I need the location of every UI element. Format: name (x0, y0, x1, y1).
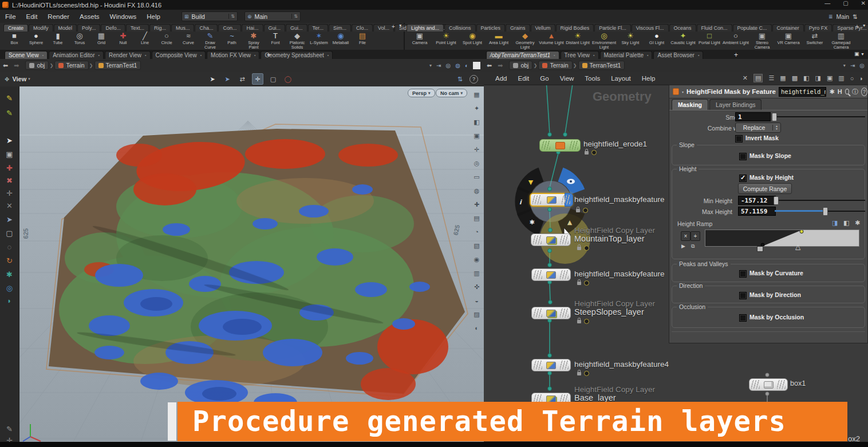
shelf-tab[interactable]: Populate C... (733, 24, 772, 31)
mask-by-height-checkbox[interactable] (739, 175, 747, 182)
shelf-tool[interactable]: ◆ Platonic Solids (286, 31, 308, 50)
tab-close-icon[interactable]: ▪ (254, 53, 255, 57)
viewport-tool-icon[interactable]: ✎ (0, 425, 19, 433)
shelf-tab[interactable]: Container (772, 24, 804, 31)
tab-close-icon[interactable]: ▪ (98, 53, 100, 57)
shelf-tab[interactable]: Create (3, 24, 28, 31)
viewport-tool-icon[interactable]: ✱ (0, 271, 19, 279)
network-menu-item[interactable]: Help (642, 75, 656, 82)
shelf-tool[interactable]: ▲ Volume Light (538, 31, 565, 50)
ramp-add-point-button[interactable]: + (691, 231, 700, 241)
node-flags[interactable] (576, 208, 588, 213)
tab-close-icon[interactable]: ▪ (647, 53, 648, 57)
shelf-tool[interactable]: ▣ Camera (407, 31, 433, 50)
viewport-tool-icon[interactable]: ✎ (0, 109, 19, 117)
ramp-expand-icon[interactable]: ▶ (681, 243, 685, 249)
desktop-selector[interactable]: ≣ Main ⇅ (828, 13, 858, 20)
network-toolbar-icon[interactable]: ▥ (838, 74, 844, 82)
node-heightfield-erode[interactable] (539, 139, 581, 152)
toolbar-tool-icon[interactable]: ✛ (252, 73, 263, 85)
node-label-box2[interactable]: ox2 (848, 434, 860, 443)
node-label[interactable]: box1 (790, 379, 806, 387)
maximize-pane-icon[interactable] (473, 62, 480, 69)
viewport-tool-icon[interactable]: ◎ (0, 284, 19, 292)
shelf-tool[interactable]: ■ Box (3, 31, 25, 50)
shelf-tool[interactable]: ◎ Torus (69, 31, 90, 50)
tab-close-icon[interactable]: ▪ (42, 53, 44, 57)
menu-item[interactable]: Render (42, 13, 74, 20)
shelf-tab[interactable]: Cha... (195, 24, 218, 31)
add-tab-icon[interactable]: + (263, 51, 274, 59)
mask-by-direction-checkbox[interactable] (739, 292, 747, 299)
shelf-tab[interactable]: Modify (29, 24, 53, 31)
tab-close-icon[interactable]: ▪ (698, 53, 699, 57)
shelf-tool[interactable]: ╱ Line (134, 31, 156, 50)
menu-item[interactable]: File (0, 13, 21, 20)
shelf-tab[interactable]: Lights and... (407, 24, 444, 31)
network-menu-item[interactable]: View (560, 75, 574, 82)
shelf-tool[interactable]: ◉ Metaball (330, 31, 352, 50)
shelf-tool[interactable]: ✱ Spray Paint (243, 31, 265, 50)
add-tab-icon[interactable]: + (855, 23, 859, 30)
shelf-tool[interactable]: ✶ L-System (308, 31, 330, 50)
network-toolbar-icon[interactable]: ▩ (792, 74, 798, 82)
perspective-badge[interactable]: Persp▾ (408, 89, 435, 97)
network-toolbar-icon[interactable]: ☰ (768, 74, 774, 82)
chevron-down-icon[interactable]: ▾ (682, 90, 684, 94)
node-flags[interactable] (577, 246, 589, 251)
node-flags[interactable] (577, 371, 589, 376)
bypass-icon[interactable] (584, 371, 589, 376)
ramp-preset-icon[interactable]: ◨ (832, 219, 838, 227)
shelf-tool[interactable]: ● GI Light (644, 31, 670, 50)
shelf-tab[interactable]: Particle Fl... (594, 24, 631, 31)
back-arrow-icon[interactable]: ⬅ (0, 62, 11, 69)
shelf-tool[interactable]: ▣ VR Camera (775, 31, 802, 50)
pane-maximize-icon[interactable]: ▣ ▼ (854, 51, 865, 57)
parameter-tab[interactable]: Masking (672, 99, 708, 110)
view-mode-label[interactable]: View (12, 76, 26, 82)
pane-tab[interactable]: Asset Browser▪ (653, 51, 703, 59)
menu-item[interactable]: Windows (105, 13, 142, 20)
display-option-icon[interactable]: ▦ (474, 92, 479, 98)
toolbar-tool-icon[interactable]: ▢ (268, 74, 278, 84)
network-menu-item[interactable]: Edit (518, 75, 529, 82)
shelf-tab[interactable]: Gui... (264, 24, 286, 31)
shelf-tab[interactable]: Gui... (286, 24, 307, 31)
shelf-tab[interactable]: Oceans (669, 24, 696, 31)
smooth-radius-field[interactable]: 1 (735, 112, 771, 121)
pane-tab[interactable]: Scene View▪ (5, 51, 48, 59)
shelf-tool[interactable]: ◆ Geometry Light (512, 31, 538, 50)
combine-dropdown[interactable]: Replace ▲▼ (735, 122, 781, 133)
search-icon[interactable] (845, 89, 850, 94)
shelf-tab[interactable]: Collisions (444, 24, 476, 31)
pin-icon[interactable]: ⇥ (850, 62, 855, 69)
max-height-slider[interactable] (775, 211, 865, 212)
viewport-tool-icon[interactable]: ✕ (0, 202, 19, 210)
bypass-icon[interactable] (591, 150, 597, 155)
shelf-tool[interactable]: ◉ Spot Light (459, 31, 486, 50)
window-control-button[interactable]: — (824, 0, 830, 6)
network-menu-item[interactable]: Tools (585, 75, 600, 82)
shelf-tool[interactable]: ○ Ambient Light (723, 31, 749, 50)
desktop-combo[interactable]: ⊞ Build ⇅ (182, 11, 238, 21)
help-icon[interactable]: ? (861, 88, 867, 96)
shelf-tab[interactable]: Text... (126, 24, 149, 31)
viewport-tool-icon[interactable]: ↻ (0, 257, 19, 265)
bypass-icon[interactable] (583, 208, 588, 213)
pane-tab[interactable]: Composite View▪ (152, 51, 206, 59)
ramp-delete-point-button[interactable]: × (681, 231, 691, 241)
shelf-tool[interactable]: □ Portal Light (696, 31, 723, 50)
breadcrumb-item[interactable]: obj (509, 61, 532, 70)
help-icon[interactable]: ? (469, 75, 478, 84)
network-menu-item[interactable]: Add (495, 75, 507, 82)
houdini-help-icon[interactable]: H (838, 88, 842, 95)
node-flags[interactable] (585, 150, 597, 155)
breadcrumb-item[interactable]: TerranTest1 (94, 61, 141, 70)
pane-tab[interactable]: Render View▪ (105, 51, 151, 59)
shelf-tab[interactable]: Grains (506, 24, 530, 31)
network-toolbar-icon[interactable]: ◨ (815, 74, 820, 82)
display-option-icon[interactable]: ▭ (474, 174, 479, 180)
shelf-tab[interactable]: Model (54, 24, 77, 31)
toolbar-tool-icon[interactable]: ◯ (283, 74, 293, 84)
shelf-tool[interactable]: ☀ Sky Light (617, 31, 644, 50)
